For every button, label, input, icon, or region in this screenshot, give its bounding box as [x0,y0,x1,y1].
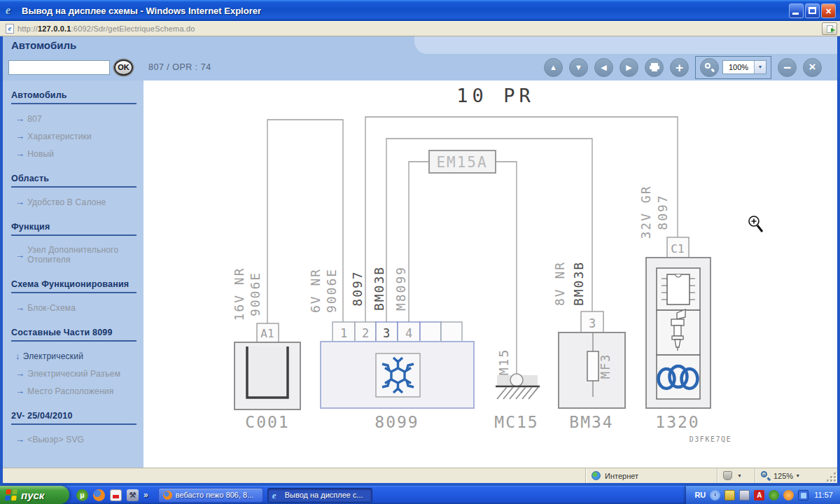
component-mc15[interactable]: MC15 [494,374,540,431]
sidebar-item-807[interactable]: →807 [11,110,136,127]
minimize-button[interactable] [789,4,804,18]
utility-icon[interactable]: ⚒ [127,489,139,501]
sidebar-item-svg-viewer[interactable]: →<Вьюэр> SVG [11,430,136,448]
ie-icon: e [6,4,18,17]
component-em15a[interactable]: EM15A [429,150,496,173]
arrow-right-icon: → [15,197,24,207]
component-8099[interactable]: 1 2 3 4 8099 [321,322,474,431]
zoom-in-button[interactable]: + [670,58,689,77]
wire-label: BM03B [372,266,386,311]
sidebar-item-characteristics[interactable]: →Характеристики [11,127,136,145]
component-c001[interactable]: A1 C001 [234,323,300,431]
arrow-right-icon: → [15,302,24,313]
diagram-canvas[interactable]: 10 PR EM15A 16V NR [144,80,837,468]
app-header: Автомобиль OK 807 / OPR : 74 ▲ ▼ ◀ ▶ [3,36,837,80]
tray-collapse-icon[interactable]: ‹ [710,490,720,500]
system-tray: RU ‹ A 11:57 [686,486,840,504]
sidebar-item-cabin-comfort[interactable]: →Удобство В Салоне [11,193,136,211]
go-button[interactable] [822,22,837,35]
component-label: BM34 [569,413,613,431]
address-input[interactable]: e http://127.0.0.1:6092/Sdr/getElectriqu… [3,23,822,35]
diagram-ref-code: D3FKE7QE [690,435,732,443]
search-input[interactable] [8,60,110,75]
page-zoom-value: 125% [774,472,793,480]
security-zone: Интернет [585,468,717,483]
component-label: MC15 [494,413,538,431]
taskbar: пуск µ ⚒ » вебасто пежо 806, 8... e Выво… [0,486,840,504]
start-button[interactable]: пуск [0,486,69,504]
printer-icon [650,63,659,71]
component-label: 1320 [655,413,699,431]
sidebar-item-location[interactable]: →Место Расположения [11,382,136,400]
zoom-level-dropdown[interactable]: 100% ▼ [722,60,766,74]
sidebar-item-aux-heater[interactable]: →Узел Дополнительного Отопителя [11,241,136,268]
resize-grip[interactable] [827,468,837,483]
pan-right-button[interactable]: ▶ [620,58,638,77]
page-zoom-control[interactable]: + 125% ▼ [755,468,827,483]
taskbar-window-ie[interactable]: e Вывод на дисплее с... [267,488,372,503]
svg-text:EM15A: EM15A [436,154,487,171]
taskbar-window-firefox[interactable]: вебасто пежо 806, 8... [158,488,263,503]
globe-icon [592,471,601,480]
svg-text:A1: A1 [260,327,274,340]
close-button[interactable]: × [821,4,836,18]
sidebar-item-electrical[interactable]: ↓Электрический [11,347,136,365]
zone-label: Интернет [605,472,638,480]
arrow-right-icon: → [15,368,24,379]
zoom-out-button[interactable]: − [778,58,797,77]
screen: e Вывод на дисплее схемы - Windows Inter… [0,0,840,504]
component-bm34[interactable]: 3 MF3 BM34 [559,312,625,431]
go-icon [827,25,833,33]
maximize-button[interactable] [805,4,820,18]
adobe-reader-icon[interactable]: A [754,490,764,500]
fit-screen-button[interactable]: × [803,58,822,77]
sidebar-item-block-schema[interactable]: →Блок-Схема [11,299,136,316]
window-frame: Автомобиль OK 807 / OPR : 74 ▲ ▼ ◀ ▶ [0,36,840,486]
language-indicator[interactable]: RU [694,491,706,499]
sidebar-item-electrical-connector[interactable]: →Электрический Разъем [11,365,136,382]
utorrent-tray-icon[interactable] [769,490,779,500]
sidebar-section-version: 2V- 25/04/2010 [11,411,136,425]
wire-label: 8097 [350,270,365,306]
zoom-level-value: 100% [723,63,754,71]
disk-icon[interactable] [110,489,122,501]
pan-up-button[interactable]: ▲ [544,58,563,77]
keyboard-layout-icon[interactable] [724,490,735,500]
pin-number: 2 [362,326,369,340]
agent-tray-icon[interactable] [783,490,794,500]
arrow-down-icon: ↓ [15,351,20,361]
tray-utility-icon[interactable] [739,490,750,500]
url-text: http://127.0.0.1:6092/Sdr/getElectriqueS… [18,24,195,33]
magnifier-icon [705,63,714,72]
ok-button[interactable]: OK [114,59,133,76]
wire-label: 8097 [655,194,670,230]
pan-down-button[interactable]: ▼ [569,58,588,77]
wire-label: 16V NR [232,267,246,321]
wire-label: 32V GR [638,185,653,239]
pan-left-button[interactable]: ◀ [594,58,613,77]
pin-number: 1 [340,326,347,340]
sidebar-section-parts-8099: Составные Части 8099 [11,328,136,342]
chevron-down-icon[interactable]: ▼ [754,61,766,74]
wire-label: 9006E [324,268,339,313]
sidebar-item-new[interactable]: →Новый [11,145,136,162]
print-button[interactable] [645,58,664,77]
zoom-plus-icon: + [761,471,771,481]
component-1320[interactable]: C1 [646,237,710,431]
chevron-down-icon: ▼ [795,473,800,478]
firefox-icon[interactable] [93,489,105,501]
wire-label: M15 [496,349,511,376]
network-icon[interactable] [798,490,808,500]
arrow-right-icon: → [15,250,24,260]
utorrent-icon[interactable]: µ [76,489,88,501]
page-icon: e [6,24,14,34]
quick-launch-overflow[interactable]: » [144,490,148,500]
firefox-icon [163,491,172,500]
clock: 11:57 [814,491,833,499]
phishing-filter[interactable]: ▼ [717,468,755,483]
zoom-lens-button[interactable] [700,58,719,77]
fuse-label: MF3 [598,354,612,379]
arrow-right-icon: → [15,434,24,444]
sidebar: Автомобиль →807 →Характеристики →Новый О… [3,80,144,468]
arrow-right-icon: → [15,131,24,141]
